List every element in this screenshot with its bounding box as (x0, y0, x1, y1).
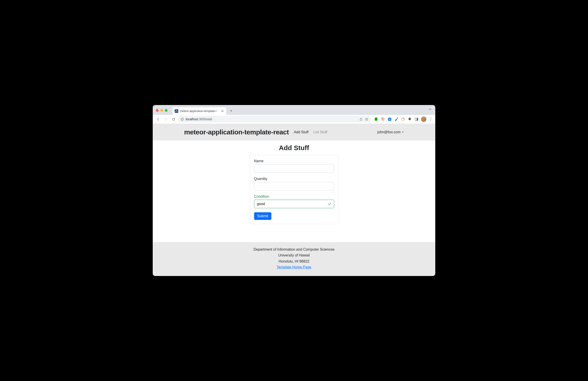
nav-link-add-stuff[interactable]: Add Stuff (294, 130, 309, 134)
footer-line-2: University of Hawaii (153, 252, 435, 258)
nav-link-list-stuff[interactable]: List Stuff (313, 130, 327, 134)
new-tab-button[interactable]: + (228, 108, 234, 114)
name-label: Name (254, 159, 334, 163)
tab-title: meteor-application-template-r (180, 110, 219, 113)
svg-rect-1 (182, 119, 182, 120)
condition-select[interactable]: good (254, 200, 334, 208)
page-content: Add Stuff Name Quantity Condition good (153, 140, 435, 242)
caret-down-icon (402, 131, 404, 133)
browser-window: meteor-application-template-r + localhos… (153, 105, 435, 276)
form-group-condition: Condition good (254, 195, 334, 208)
condition-label: Condition (254, 195, 334, 199)
browser-toolbar: localhost:3000/add S (153, 115, 435, 124)
footer-line-1: Department of Information and Computer S… (153, 247, 435, 252)
quantity-input[interactable] (254, 182, 334, 190)
bookmark-star-icon[interactable] (365, 117, 368, 121)
panel-extension-icon[interactable] (414, 117, 419, 121)
back-button[interactable] (155, 116, 161, 122)
svg-rect-2 (182, 118, 182, 118)
user-menu[interactable]: john@foo.com (378, 130, 404, 134)
reload-button[interactable] (170, 116, 176, 122)
form-group-name: Name (254, 159, 334, 173)
address-bar[interactable]: localhost:3000/add (178, 116, 371, 123)
svg-point-13 (431, 120, 431, 120)
share-icon[interactable] (359, 118, 363, 121)
condition-value: good (257, 202, 265, 206)
name-input[interactable] (254, 164, 334, 173)
extensions-row: S (373, 116, 433, 122)
form-group-quantity: Quantity (254, 177, 334, 190)
maximize-window-button[interactable] (165, 109, 168, 112)
browser-tab[interactable]: meteor-application-template-r (172, 107, 226, 115)
user-email: john@foo.com (378, 130, 400, 134)
url-host: localhost (186, 117, 198, 121)
shield-extension-icon[interactable] (380, 117, 385, 121)
skype-extension-icon[interactable]: S (387, 117, 392, 121)
page-title: Add Stuff (153, 144, 435, 152)
footer-line-3: Honolulu, HI 96822 (153, 258, 435, 264)
svg-rect-7 (395, 120, 397, 121)
close-window-button[interactable] (156, 109, 159, 112)
extensions-puzzle-icon[interactable] (407, 117, 412, 121)
svg-rect-10 (417, 118, 418, 120)
site-info-icon[interactable] (181, 118, 184, 121)
svg-text:S: S (389, 118, 390, 120)
close-tab-icon[interactable] (221, 110, 224, 113)
app-navbar: meteor-application-template-react Add St… (153, 124, 435, 140)
meteor-favicon-icon (175, 109, 178, 113)
svg-rect-6 (397, 118, 398, 119)
url-text: localhost:3000/add (186, 117, 212, 121)
page-footer: Department of Information and Computer S… (153, 242, 435, 276)
form-card: Name Quantity Condition good Submit (250, 155, 338, 224)
brand-title[interactable]: meteor-application-template-react (184, 128, 289, 136)
submit-button[interactable]: Submit (254, 212, 272, 220)
picker-extension-icon[interactable] (394, 117, 399, 121)
url-path: :3000/add (198, 117, 212, 121)
circle-extension-icon[interactable] (401, 117, 405, 121)
valid-check-icon (328, 202, 332, 206)
footer-link[interactable]: Template Home Page (277, 265, 311, 269)
svg-point-3 (382, 118, 383, 120)
forward-button[interactable] (163, 116, 169, 122)
evernote-extension-icon[interactable] (374, 117, 378, 121)
minimize-window-button[interactable] (160, 109, 163, 112)
svg-point-12 (431, 119, 431, 119)
svg-point-11 (431, 118, 431, 118)
tabs-menu-icon[interactable] (429, 108, 432, 111)
profile-avatar[interactable] (421, 116, 426, 122)
tab-strip: meteor-application-template-r + (153, 105, 435, 115)
window-controls (156, 109, 168, 112)
quantity-label: Quantity (254, 177, 334, 181)
more-menu-icon[interactable] (429, 117, 433, 121)
